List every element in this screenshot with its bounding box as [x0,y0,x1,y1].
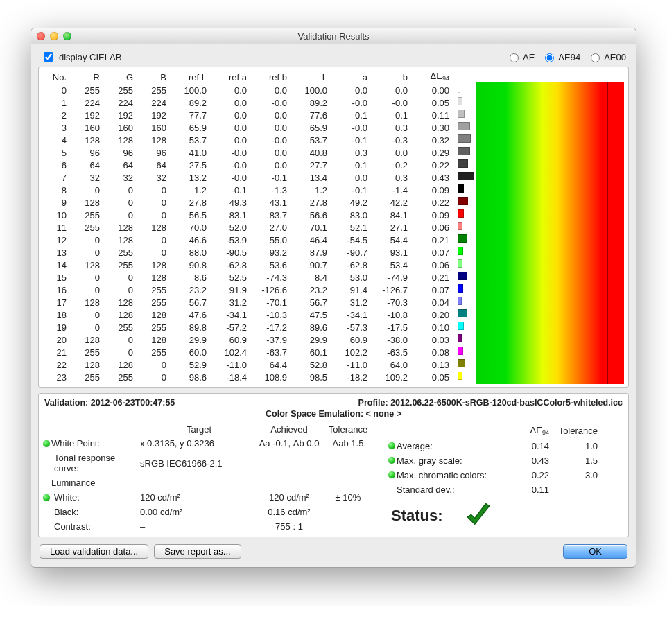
color-swatch [458,159,468,168]
status-led-icon [388,442,395,449]
color-swatch [458,134,471,143]
table-row: 412812812853.70.0-0.053.7-0.1-0.30.32 [43,134,452,147]
color-swatch [458,209,464,218]
display-cielab-input[interactable] [44,52,53,62]
profile-label: Profile: [358,398,391,408]
table-row: 122422422489.20.0-0.089.2-0.0-0.00.05 [43,97,452,110]
table-row: 91280027.849.343.127.849.242.20.22 [43,197,452,209]
color-swatch [458,172,474,180]
status-ok-icon [464,501,493,530]
col-achieved: Achieved [258,424,320,435]
status-label: Status: [391,507,443,525]
gradient-marker [510,82,510,384]
profile-name: 2012.06.22-6500K-sRGB-120cd-basICColor5-… [390,398,623,408]
col-header: ref a [209,70,250,85]
status-led-icon [43,440,50,447]
table-row: 0255255255100.00.00.0100.00.00.00.00 [43,85,452,97]
col-header: ΔE94 [410,70,452,85]
color-swatch [458,347,463,355]
color-swatch [458,197,468,205]
status-led-icon [388,471,395,478]
color-swatch [458,297,462,305]
zoom-icon[interactable] [63,32,71,40]
ok-button[interactable]: OK [563,544,627,559]
table-row: 120128046.6-53.955.046.4-54.554.40.21 [43,234,452,247]
table-row: 219219219277.70.00.077.60.10.10.11 [43,110,452,122]
color-swatch [458,309,467,317]
summary-row-wp: White Point:x 0.3135, y 0.3236Δa -0.1, Δ… [43,436,376,451]
summary-row-std: Standard dev.:0.11 [388,482,624,497]
color-swatch [458,222,462,230]
color-swatch [458,147,470,155]
color-swatch [458,85,460,93]
results-table-panel: No.RGBref Lref aref bLabΔE94025525525510… [38,67,629,388]
col-tolerance: Tolerance [320,424,376,435]
validation-results-window: Validation Results display CIELAB ΔE ΔE9… [31,28,636,568]
col-header: ref L [169,70,209,85]
table-row: 22128128052.9-11.064.452.8-11.064.00.13 [43,359,452,372]
table-row: 1412825512890.8-62.853.690.7-62.853.40.0… [43,259,452,272]
color-swatch [458,359,465,367]
summary-row-white: White:120 cd/m²120 cd/m²± 10% [43,490,376,505]
close-icon[interactable] [37,32,45,40]
color-swatch [458,234,467,243]
table-row: 664646427.5-0.00.027.70.10.20.22 [43,159,452,172]
col-header: B [136,70,169,85]
window-title: Validation Results [31,31,636,42]
summary-row-chr: Max. chromatic colors:0.223.0 [388,468,624,482]
col-header: R [69,70,103,85]
summary-row-trc: Tonal response curve:sRGB IEC61966-2.1– [43,451,376,476]
gradient-bar [476,82,624,384]
radio-de00[interactable]: ΔE00 [587,51,626,62]
col-de94: ΔE94 [508,425,549,436]
table-row: 15001288.652.5-74.38.453.0-74.90.21 [43,272,452,284]
summary-panel: Validation: 2012-06-23T00:47:55 Profile:… [38,393,629,537]
titlebar[interactable]: Validation Results [31,28,636,44]
gradient-marker [607,82,608,384]
table-row: 19025525589.8-57.2-17.289.6-57.3-17.50.1… [43,322,452,334]
color-swatch [458,122,470,130]
validation-timestamp: 2012-06-23T00:47:55 [91,398,175,408]
summary-row-contr: Contrast:–755 : 1 [43,519,376,534]
col-header: ref b [250,70,290,85]
col-header: G [103,70,136,85]
color-swatch [458,284,463,293]
color-swatch [458,97,462,105]
status-led-icon [388,457,395,464]
status-led-icon [43,494,50,501]
table-row: 130255088.0-90.593.287.9-90.793.10.07 [43,247,452,259]
summary-row-avg: Average:0.141.0 [388,439,624,453]
color-swatch [458,110,465,118]
table-row: 160025523.291.9-126.623.291.4-126.70.07 [43,284,452,297]
col-header: b [370,70,410,85]
color-swatch [458,334,462,342]
radio-de94[interactable]: ΔE94 [542,51,580,62]
table-row: 1125512812870.052.027.070.152.127.10.06 [43,222,452,234]
summary-row-gray: Max. gray scale:0.431.5 [388,453,624,468]
table-row: 102550056.583.183.756.683.084.10.09 [43,209,452,222]
color-swatch [458,259,462,268]
radio-de[interactable]: ΔE [506,51,535,62]
summary-row-lum: Luminance [43,476,376,490]
cse-value: < none > [366,409,401,419]
results-table: No.RGBref Lref aref bLabΔE94025525525510… [43,70,452,384]
table-row: 23255255098.6-18.4108.998.5-18.2109.20.0… [43,372,452,384]
color-swatch [458,272,467,280]
save-report-button[interactable]: Save report as... [154,544,241,559]
display-cielab-label: display CIELAB [59,52,121,62]
color-swatch [458,184,464,193]
table-row: 732323213.2-0.0-0.113.40.00.30.43 [43,172,452,184]
table-row: 20128012829.960.9-37.929.960.9-38.00.03 [43,334,452,347]
table-row: 18012812847.6-34.1-10.347.5-34.1-10.80.2… [43,309,452,322]
minimize-icon[interactable] [50,32,58,40]
validation-label: Validation: [44,398,91,408]
col-header: No. [43,70,69,85]
display-cielab-checkbox[interactable]: display CIELAB [41,50,121,64]
table-row: 316016016065.90.00.065.9-0.00.30.30 [43,122,452,134]
table-row: 21255025560.0102.4-63.760.1102.2-63.50.0… [43,347,452,359]
swatch-column [458,70,474,382]
table-row: 1712812825556.731.2-70.156.731.2-70.30.0… [43,297,452,309]
color-swatch [458,247,463,255]
load-validation-button[interactable]: Load validation data... [40,544,148,559]
col-header: a [330,70,370,85]
